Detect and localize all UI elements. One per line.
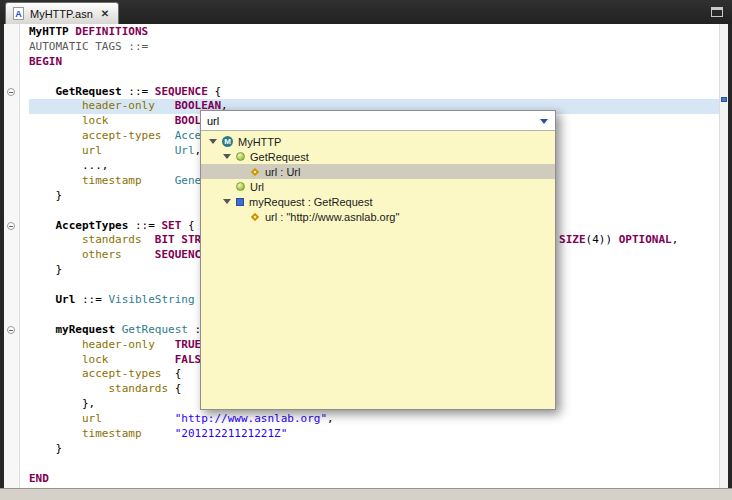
outline-item-label: url : "http://www.asnlab.org" bbox=[265, 211, 399, 223]
ruler-row bbox=[4, 144, 19, 159]
ruler-row bbox=[4, 367, 19, 382]
code-token: , bbox=[327, 412, 334, 425]
code-line: BEGIN bbox=[29, 55, 728, 70]
code-token: (4)) bbox=[586, 233, 619, 246]
ruler-row bbox=[4, 248, 19, 263]
fold-collapse-icon[interactable] bbox=[7, 222, 15, 230]
code-token: } bbox=[29, 189, 62, 202]
value-icon bbox=[236, 198, 244, 206]
code-token: accept-types bbox=[82, 367, 161, 380]
type-icon bbox=[236, 152, 245, 161]
ruler-row bbox=[4, 323, 19, 338]
code-token: SEQUENCE bbox=[155, 85, 208, 98]
tab-close-icon[interactable]: ✕ bbox=[101, 8, 109, 19]
code-token: SIZE bbox=[559, 233, 586, 246]
outline-filter-input[interactable] bbox=[201, 112, 529, 130]
code-token: GetRequest bbox=[122, 323, 188, 336]
code-token bbox=[142, 233, 155, 246]
ruler-row bbox=[4, 99, 19, 114]
code-token bbox=[29, 85, 56, 98]
code-token bbox=[29, 174, 82, 187]
outline-tree-item[interactable]: url : Url bbox=[201, 164, 555, 179]
ruler-row bbox=[4, 189, 19, 204]
code-token: SET bbox=[161, 219, 181, 232]
ruler-row bbox=[4, 293, 19, 308]
code-token bbox=[29, 382, 108, 395]
code-token: lock bbox=[82, 114, 109, 127]
code-token: } bbox=[29, 263, 62, 276]
outline-item-label: url : Url bbox=[265, 166, 300, 178]
code-line: url "http://www.asnlab.org", bbox=[29, 412, 728, 427]
code-line: GetRequest ::= SEQUENCE { bbox=[29, 85, 728, 100]
ruler-row bbox=[4, 263, 19, 278]
code-token: ::= bbox=[122, 85, 155, 98]
code-token bbox=[122, 248, 155, 261]
expander-placeholder bbox=[237, 214, 245, 219]
code-token: GetRequest bbox=[56, 85, 122, 98]
ruler-row bbox=[4, 174, 19, 189]
code-token: timestamp bbox=[82, 427, 142, 440]
ruler-row bbox=[4, 25, 19, 40]
code-token bbox=[155, 338, 175, 351]
code-token bbox=[29, 114, 82, 127]
ruler-row bbox=[4, 412, 19, 427]
fold-collapse-icon[interactable] bbox=[7, 326, 15, 334]
code-token: ::= bbox=[75, 293, 108, 306]
code-token bbox=[115, 323, 122, 336]
code-token: AcceptTypes bbox=[56, 219, 129, 232]
expander-down-icon[interactable] bbox=[209, 139, 217, 144]
code-line: END bbox=[29, 472, 728, 487]
ruler-row bbox=[4, 219, 19, 234]
code-token bbox=[29, 338, 82, 351]
ruler-row bbox=[4, 204, 19, 219]
code-token: timestamp bbox=[82, 174, 142, 187]
outline-item-label: GetRequest bbox=[250, 151, 309, 163]
ruler-row bbox=[4, 442, 19, 457]
code-line bbox=[29, 70, 728, 85]
code-token: url bbox=[82, 412, 102, 425]
code-token: "http://www.asnlab.org" bbox=[175, 412, 327, 425]
code-token bbox=[102, 144, 175, 157]
expander-down-icon[interactable] bbox=[223, 154, 231, 159]
ruler-row bbox=[4, 70, 19, 85]
ruler-row bbox=[4, 40, 19, 55]
code-token bbox=[29, 248, 82, 261]
code-token: , bbox=[672, 233, 679, 246]
code-token bbox=[29, 144, 82, 157]
expander-placeholder bbox=[223, 184, 231, 189]
code-token: { bbox=[168, 382, 181, 395]
ruler-row bbox=[4, 427, 19, 442]
expander-down-icon[interactable] bbox=[223, 199, 231, 204]
ruler-row bbox=[4, 233, 19, 248]
fold-collapse-icon[interactable] bbox=[7, 88, 15, 96]
ruler-row bbox=[4, 338, 19, 353]
maximize-icon[interactable] bbox=[711, 7, 723, 17]
code-token: Url bbox=[56, 293, 76, 306]
code-token bbox=[29, 353, 82, 366]
dropdown-arrow-icon[interactable] bbox=[540, 119, 548, 124]
code-token bbox=[29, 233, 82, 246]
code-token: myRequest bbox=[56, 323, 116, 336]
outline-tree-item[interactable]: url : "http://www.asnlab.org" bbox=[201, 209, 555, 224]
outline-item-label: MyHTTP bbox=[238, 136, 281, 148]
code-token: standards bbox=[108, 382, 168, 395]
code-line: MyHTTP DEFINITIONS bbox=[29, 25, 728, 40]
tab-myhttp-asn[interactable]: A MyHTTP.asn ✕ bbox=[5, 2, 119, 24]
code-token: ..., bbox=[29, 159, 108, 172]
code-line bbox=[29, 457, 728, 472]
overview-marker[interactable] bbox=[721, 97, 727, 102]
code-token: accept-types bbox=[82, 129, 161, 142]
code-token: ::= bbox=[128, 219, 161, 232]
code-token: MyHTTP bbox=[29, 25, 75, 38]
code-token bbox=[161, 129, 174, 142]
outline-tree-item[interactable]: myRequest : GetRequest bbox=[201, 194, 555, 209]
outline-tree-item[interactable]: GetRequest bbox=[201, 149, 555, 164]
outline-tree-item[interactable]: Url bbox=[201, 179, 555, 194]
outline-tree-item[interactable]: MMyHTTP bbox=[201, 134, 555, 149]
ruler-row bbox=[4, 114, 19, 129]
ruler-row bbox=[4, 457, 19, 472]
code-token: }, bbox=[29, 397, 95, 410]
ruler-row bbox=[4, 397, 19, 412]
code-token: { bbox=[161, 367, 181, 380]
code-line: AUTOMATIC TAGS ::= bbox=[29, 40, 728, 55]
